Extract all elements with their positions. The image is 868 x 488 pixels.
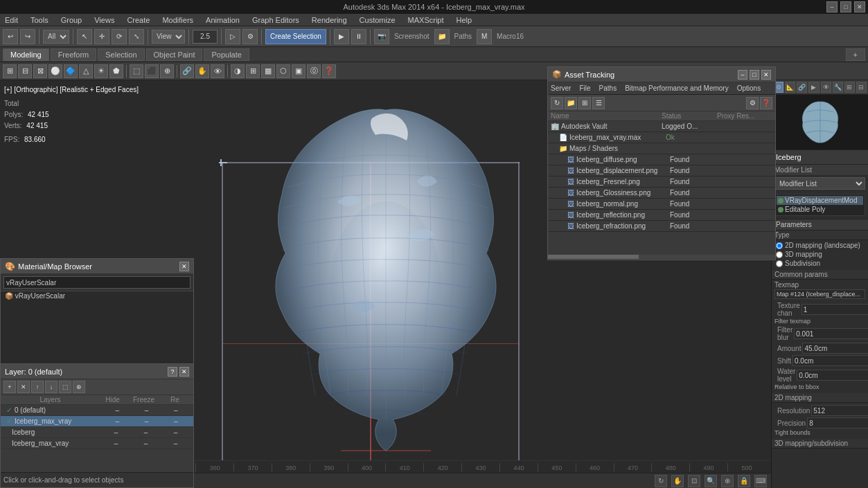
texmap-value[interactable]: Map #124 (Iceberg_displace... xyxy=(774,289,865,299)
at-row-name-8[interactable]: 🖼 Iceberg_reflection.png xyxy=(551,211,670,219)
mode-tab-modeling[interactable]: Modeling xyxy=(3,48,49,61)
icon-tb-11[interactable]: ⊕ xyxy=(160,64,174,78)
menu-item-customize[interactable]: Customize xyxy=(357,15,398,25)
icon-tb-3[interactable]: ⊠ xyxy=(33,64,47,78)
close-button[interactable]: ✕ xyxy=(854,1,865,12)
rotate-tool-button[interactable]: ⟳ xyxy=(112,29,127,44)
at-row-name-5[interactable]: 🖼 Iceberg_Fresnel.png xyxy=(551,178,670,186)
at-row-name-6[interactable]: 🖼 Iceberg_Glossiness.png xyxy=(551,189,670,197)
at-menu-options[interactable]: Options xyxy=(737,84,761,92)
field-of-view-icon[interactable]: ⊕ xyxy=(721,475,734,487)
at-close[interactable]: ✕ xyxy=(761,70,771,80)
layer-item-1[interactable]: ✓ Iceberg_max_vray – – – xyxy=(1,416,193,427)
shift-input[interactable] xyxy=(792,355,868,366)
icon-tb-6[interactable]: △ xyxy=(79,64,93,78)
layer-delete-btn[interactable]: ✕ xyxy=(17,381,30,393)
redo-button[interactable]: ↪ xyxy=(20,29,35,44)
mat-item-vray[interactable]: 📦 vRayUserScalar xyxy=(1,291,193,300)
mode-tab-add[interactable]: + xyxy=(846,48,865,61)
render-settings-button[interactable]: ⚙ xyxy=(242,29,258,44)
maximize-button[interactable]: □ xyxy=(840,1,851,12)
menu-item-graph-editors[interactable]: Graph Editors xyxy=(250,15,301,25)
precision-input[interactable] xyxy=(807,417,868,428)
at-refresh-icon[interactable]: ↻ xyxy=(551,97,563,109)
icon-tb-8[interactable]: ⬟ xyxy=(109,64,123,78)
water-level-input[interactable] xyxy=(797,370,868,381)
move-tool-button[interactable]: ✛ xyxy=(94,29,109,44)
icon-tb-5[interactable]: 🔷 xyxy=(64,64,78,78)
at-row-name-1[interactable]: 📄 Iceberg_max_vray.max xyxy=(551,134,666,141)
create-selection-button[interactable]: Create Selection xyxy=(265,29,326,44)
view-dropdown[interactable]: View xyxy=(152,30,185,44)
rp-extra2[interactable]: ⊟ xyxy=(856,82,867,93)
icon-tb-1[interactable]: ⊞ xyxy=(3,64,17,78)
at-help-icon[interactable]: ❓ xyxy=(760,97,772,109)
undo-button[interactable]: ↩ xyxy=(3,29,18,44)
type-3d-radio[interactable]: 3D mapping xyxy=(776,251,864,258)
orbit-icon[interactable]: ↻ xyxy=(655,475,667,487)
icon-tb-10[interactable]: ⬛ xyxy=(145,64,159,78)
macro16-button[interactable]: M xyxy=(477,29,492,44)
icon-tb-7[interactable]: ☀ xyxy=(94,64,108,78)
at-menu-server[interactable]: Server xyxy=(551,84,571,92)
at-row-name-3[interactable]: 🖼 Iceberg_diffuse.png xyxy=(551,156,670,163)
icon-tb-2[interactable]: ⊟ xyxy=(18,64,32,78)
menu-item-group[interactable]: Group xyxy=(59,15,85,25)
at-minimize[interactable]: – xyxy=(738,70,747,80)
at-folder-icon[interactable]: 📁 xyxy=(565,97,577,109)
layer-select-btn[interactable]: ⬚ xyxy=(59,381,71,393)
rp-utilities-icon[interactable]: 🔧 xyxy=(833,82,843,93)
zoom-input[interactable] xyxy=(193,30,218,44)
at-menu-bitmap-performance-and-memory[interactable]: Bitmap Performance and Memory xyxy=(625,84,729,92)
zoom-icon[interactable]: 🔍 xyxy=(705,475,717,487)
at-list-icon[interactable]: ☰ xyxy=(592,97,605,109)
rp-display-icon[interactable]: 👁 xyxy=(821,82,831,93)
type-3d-input[interactable] xyxy=(776,251,783,258)
layer-panel-close[interactable]: ✕ xyxy=(179,367,189,377)
play-button[interactable]: ▶ xyxy=(334,29,349,44)
material-filter-input[interactable] xyxy=(3,276,191,289)
menu-item-edit[interactable]: Edit xyxy=(3,15,20,25)
rp-extra1[interactable]: ⊞ xyxy=(844,82,855,93)
mode-tab-selection[interactable]: Selection xyxy=(98,48,144,61)
layer-new-btn[interactable]: + xyxy=(3,381,16,393)
icon-tb-9[interactable]: ⬚ xyxy=(130,64,143,78)
at-row-name-7[interactable]: 🖼 Iceberg_normal.png xyxy=(551,200,670,208)
icon-tb-19[interactable]: ▣ xyxy=(292,64,305,78)
type-2d-input[interactable] xyxy=(776,242,783,249)
icon-tb-15[interactable]: ◑ xyxy=(231,64,245,78)
icon-tb-16[interactable]: ⊞ xyxy=(246,64,260,78)
mode-tab-freeform[interactable]: Freeform xyxy=(51,48,97,61)
at-scrollbar[interactable] xyxy=(548,255,775,259)
icon-tb-13[interactable]: ✋ xyxy=(195,64,209,78)
render-button[interactable]: ▷ xyxy=(225,29,240,44)
minimize-button[interactable]: – xyxy=(826,1,838,12)
menu-item-maxscript[interactable]: MAXScript xyxy=(406,15,446,25)
modifier-list-dropdown[interactable]: Modifier List xyxy=(774,177,865,190)
layer-item-3[interactable]: Iceberg_max_vray – – – xyxy=(1,438,193,449)
menu-item-views[interactable]: Views xyxy=(92,15,116,25)
material-browser-close[interactable]: ✕ xyxy=(179,262,189,271)
paths-button[interactable]: 📁 xyxy=(434,29,450,44)
at-settings-icon[interactable]: ⚙ xyxy=(746,97,759,109)
layer-merge-btn[interactable]: ⊕ xyxy=(73,381,85,393)
at-menu-file[interactable]: File xyxy=(579,84,590,92)
resolution-input[interactable] xyxy=(811,405,868,416)
icon-tb-18[interactable]: ⬡ xyxy=(276,64,290,78)
lock-icon[interactable]: 🔒 xyxy=(738,475,750,487)
menu-item-modifiers[interactable]: Modifiers xyxy=(160,15,195,25)
mode-tab-object-paint[interactable]: Object Paint xyxy=(146,48,203,61)
at-table-icon[interactable]: ⊞ xyxy=(578,97,591,109)
layer-move-up-btn[interactable]: ↑ xyxy=(31,381,44,393)
scale-tool-button[interactable]: ⤡ xyxy=(129,29,144,44)
screenshot-button[interactable]: 📷 xyxy=(374,29,389,44)
at-row-name-9[interactable]: 🖼 Iceberg_refraction.png xyxy=(551,222,670,230)
rp-motion-icon[interactable]: ▶ xyxy=(808,82,819,93)
menu-item-animation[interactable]: Animation xyxy=(204,15,242,25)
modifier-vray-displacement[interactable]: VRayDisplacementMod xyxy=(777,196,863,205)
menu-item-help[interactable]: Help xyxy=(454,15,475,25)
menu-item-create[interactable]: Create xyxy=(125,15,152,25)
select-tool-button[interactable]: ↖ xyxy=(77,29,92,44)
modifier-editable-poly[interactable]: Editable Poly xyxy=(777,205,863,214)
icon-tb-17[interactable]: ▦ xyxy=(261,64,275,78)
